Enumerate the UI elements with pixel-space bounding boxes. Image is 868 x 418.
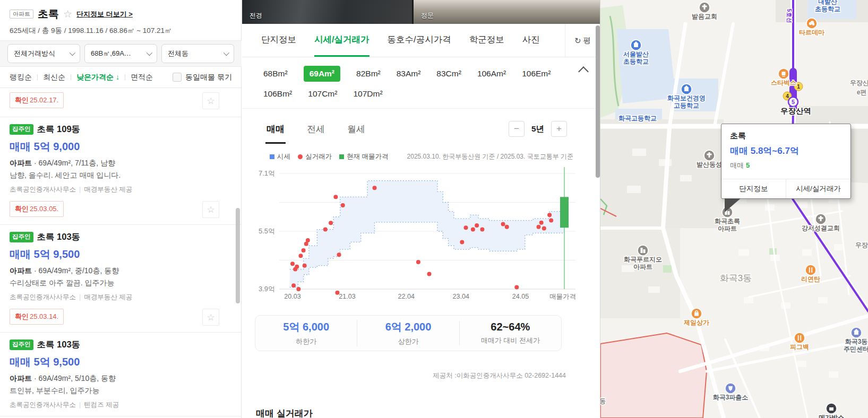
map-label-우장산역: 우장산역 xyxy=(780,107,811,115)
area-tab-83Am²[interactable]: 83Am² xyxy=(397,69,421,79)
tooltip-button-1[interactable]: 시세/실거래가 xyxy=(786,179,850,198)
area-tab-69Am²[interactable]: 69Am² xyxy=(304,66,340,82)
map-poi-label: 스타벅스 xyxy=(771,79,796,86)
listing-item[interactable]: 집주인초록 103동매매 5억 9,500아파트 · 69A/49m², 5/1… xyxy=(0,333,242,416)
map-poi-화곡고등학교[interactable]: 화곡고등학교 xyxy=(618,115,657,122)
area-tab-68Bm²[interactable]: 68Bm² xyxy=(263,69,288,79)
map-poi-label: 타르데마 xyxy=(799,29,825,36)
map-poi-label: 초등학교 xyxy=(623,58,649,65)
listing-price: 매매 5억 9,000 xyxy=(10,140,232,154)
complex-summary: 625세대 / 총 9동 / 1998.11.16 / 68.86㎡ ~ 107… xyxy=(10,26,231,36)
listing-item-partial[interactable]: 확인25.02.17.☆ xyxy=(0,88,242,117)
listing-source: 매경부동산 제공 xyxy=(84,293,132,301)
sort-option-3[interactable]: 면적순 xyxy=(131,73,153,82)
price-summary-box: 5억 6,000하한가6억 2,000상한가62~64%매매가 대비 전세가 xyxy=(255,315,562,351)
detail-scrollbar-thumb[interactable] xyxy=(596,25,600,178)
map-poi-label: 화곡고등학교 xyxy=(618,115,657,122)
range-minus-button[interactable]: − xyxy=(509,121,525,137)
legend-swatch xyxy=(270,154,274,159)
map-poi-label: 주민센터 xyxy=(844,345,868,353)
complex-info-more-link[interactable]: 단지정보 더보기 > xyxy=(76,10,133,19)
listing-list[interactable]: 확인25.02.17.☆집주인초록 109동매매 5억 9,000아파트 · 6… xyxy=(0,88,242,418)
tooltip-pointer xyxy=(725,198,741,212)
tab-1[interactable]: 시세/실거래가 xyxy=(314,24,369,57)
svg-text:5: 5 xyxy=(792,99,795,105)
area-tab-82Bm²[interactable]: 82Bm² xyxy=(356,69,381,79)
map-label-화곡3동: 화곡3동 xyxy=(720,273,752,283)
area-tab-107Cm²[interactable]: 107Cm² xyxy=(308,89,337,99)
area-tab-83Cm²[interactable]: 83Cm² xyxy=(436,69,461,79)
listing-price: 매매 5억 9,500 xyxy=(10,355,232,369)
area-tab-107Dm²[interactable]: 107Dm² xyxy=(353,89,382,99)
svg-text:5.5억: 5.5억 xyxy=(259,227,275,235)
tooltip-button-0[interactable]: 단지정보 xyxy=(721,179,786,198)
legend-item-0: 시세 xyxy=(270,152,290,161)
favorite-star-button[interactable]: ☆ xyxy=(202,201,219,218)
complex-photo-1[interactable]: 정문 xyxy=(414,0,600,24)
favorite-star-button[interactable]: ☆ xyxy=(202,309,219,326)
deal-tab-2[interactable]: 월세 xyxy=(346,119,366,140)
map-poi-label: 발산동성 xyxy=(697,161,722,168)
favorite-star-button[interactable]: ☆ xyxy=(202,92,219,109)
area-tab-106Bm²[interactable]: 106Bm² xyxy=(263,89,292,99)
svg-text:23.04: 23.04 xyxy=(453,293,469,300)
tab-2[interactable]: 동호수/공시가격 xyxy=(388,24,451,57)
range-plus-button[interactable]: + xyxy=(551,121,567,137)
complex-header: 아파트 초록 ☆ 단지정보 더보기 > 625세대 / 총 9동 / 1998.… xyxy=(0,0,241,36)
agent-name: 초록공인중개사사무소 xyxy=(10,186,76,193)
unit-toggle-label: 평 xyxy=(583,36,591,46)
svg-text:22.04: 22.04 xyxy=(398,293,415,300)
map-poi-label: 화곡3동 xyxy=(845,338,868,345)
map-poi-label: 발음교회 xyxy=(692,13,717,20)
listing-panel: 아파트 초록 ☆ 단지정보 더보기 > 625세대 / 총 9동 / 1998.… xyxy=(0,0,242,418)
listing-title-row: 집주인초록 109동 xyxy=(10,124,232,135)
tab-0[interactable]: 단지정보 xyxy=(261,24,296,57)
filter-dropdown-0[interactable]: 전체거래방식 xyxy=(7,44,80,63)
summary-value: 62~64% xyxy=(460,321,561,333)
filter-dropdown-1[interactable]: 68B㎡,69A… xyxy=(84,44,157,63)
deal-tab-1[interactable]: 전세 xyxy=(306,119,326,140)
provider-text: 제공처 :이화공인중개사사무소 02-2692-1444 xyxy=(433,371,566,380)
listing-source: 텐컴즈 제공 xyxy=(84,401,119,408)
divider: | xyxy=(79,401,81,408)
complex-photo-0[interactable]: 전경 xyxy=(242,0,412,24)
listing-source: 매경부동산 제공 xyxy=(84,186,132,193)
summary-col-0: 5억 6,000하한가 xyxy=(255,320,357,346)
group-checkbox[interactable] xyxy=(173,73,182,82)
listing-item[interactable]: 집주인초록 103동매매 5억 9,500아파트 · 69A/49m², 중/1… xyxy=(0,225,242,333)
listing-agent-row: 초록공인중개사사무소|텐컴즈 제공 xyxy=(10,400,232,410)
tab-3[interactable]: 학군정보 xyxy=(469,24,504,57)
deal-tab-0[interactable]: 매매 xyxy=(265,119,286,140)
sort-option-0[interactable]: 랭킹순 xyxy=(10,73,32,82)
range-label: 5년 xyxy=(531,124,544,135)
property-type-badge: 아파트 xyxy=(10,10,33,19)
divider xyxy=(71,74,71,80)
chart-legend: 시세실거래가현재 매물가격2025.03.10. 한국부동산원 기준 / 202… xyxy=(270,152,573,161)
map-poi-내발산[interactable]: 내발산초등학교 xyxy=(815,0,840,13)
tab-4[interactable]: 사진 xyxy=(522,24,540,57)
price-chart: 7.1억5.5억3.9억20.0321.0322.0423.0424.05매물가… xyxy=(242,162,600,305)
unit-toggle-button[interactable]: ↻ 평 xyxy=(565,24,600,57)
area-tab-row-1: 68Bm²69Am²82Bm²83Am²83Cm²106Am²106Em² xyxy=(263,64,600,84)
map-panel[interactable]: 145발음교회내발산초등학교타르데마서울발산초등학교화곡보건경영고등학교화곡고등… xyxy=(600,0,868,418)
map-poi-label: 피그백 xyxy=(790,343,809,351)
photo-strip[interactable]: 전경정문 xyxy=(242,0,600,24)
listing-detail: 아파트 · 69A/49m², 중/10층, 동향 xyxy=(10,266,232,276)
area-tab-106Em²[interactable]: 106Em² xyxy=(522,69,551,79)
sort-bar: 랭킹순최신순낮은가격순 ↓면적순동일매물 묶기 xyxy=(0,67,242,88)
filter-dropdown-2[interactable]: 전체동 xyxy=(161,44,234,63)
map-poi-label: 서울발산 xyxy=(623,50,649,58)
listing-item[interactable]: 집주인초록 109동매매 5억 9,000아파트 · 69A/49m², 7/1… xyxy=(0,117,242,225)
area-tab-106Am²[interactable]: 106Am² xyxy=(477,69,506,79)
sort-option-1[interactable]: 최신순 xyxy=(43,73,65,82)
chevron-down-icon xyxy=(147,50,152,56)
map-poi-label: 화곡3파출소 xyxy=(713,394,749,401)
agent-name: 초록공인중개사사무소 xyxy=(10,401,76,408)
listing-title: 초록 103동 xyxy=(37,232,81,241)
favorite-star-icon[interactable]: ☆ xyxy=(63,9,72,19)
sort-option-2[interactable]: 낮은가격순 ↓ xyxy=(76,73,119,82)
left-scrollbar-thumb[interactable] xyxy=(236,208,240,303)
svg-text:3.9억: 3.9억 xyxy=(259,285,275,293)
svg-text:24.05: 24.05 xyxy=(512,293,529,300)
svg-text:4: 4 xyxy=(786,93,789,99)
